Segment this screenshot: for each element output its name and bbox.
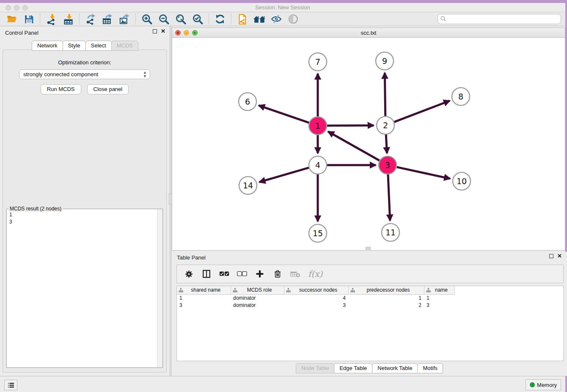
run-mcds-button[interactable]: Run MCDS <box>41 84 81 94</box>
tab-network-table[interactable]: Network Table <box>372 363 418 373</box>
network-window-titlebar: ✕ − + scc.txt <box>172 28 565 38</box>
zoom-out-icon[interactable] <box>155 13 172 25</box>
graph-node-label: 11 <box>385 228 396 237</box>
table-panel-tabs: Node TableEdge TableNetwork TableMotifs <box>171 363 567 373</box>
tab-edge-table[interactable]: Edge Table <box>334 363 372 373</box>
table-panel-title: Table Panel <box>177 254 206 261</box>
float-panel-icon[interactable] <box>153 29 157 33</box>
gear-icon[interactable] <box>181 267 196 281</box>
tab-mcds[interactable]: MCDS <box>111 41 138 51</box>
column-header-predecessor-nodes[interactable]: predecessor nodes <box>348 286 424 294</box>
search-input[interactable] <box>438 14 561 24</box>
optimization-criterion-label: Optimization criterion: <box>3 59 166 66</box>
graph-node-label: 7 <box>315 57 320 66</box>
graph-node-label: 9 <box>382 56 387 66</box>
tab-select[interactable]: Select <box>85 41 112 51</box>
window-title: Session: New Session <box>0 4 565 11</box>
memory-button[interactable]: Memory <box>526 379 561 390</box>
close-panel-button[interactable]: Close panel <box>87 84 129 94</box>
graph-node-label: 1 <box>315 121 320 130</box>
column-header-name[interactable]: name <box>424 286 454 294</box>
zoom-fit-icon[interactable] <box>172 13 189 25</box>
column-header-MCDS-role[interactable]: MCDS role <box>231 286 284 294</box>
network-canvas[interactable]: 7968124314101511 <box>172 38 565 250</box>
deselect-all-checkbox-icon[interactable] <box>234 267 250 281</box>
zoom-selected-icon[interactable] <box>189 13 206 25</box>
column-header-shared-name[interactable]: shared name <box>177 286 231 294</box>
graph-node-label: 3 <box>385 160 390 170</box>
graph-edge[interactable] <box>259 168 309 182</box>
window-titlebar: Session: New Session <box>0 3 565 12</box>
float-table-panel-icon[interactable] <box>549 254 553 258</box>
graph-edge[interactable] <box>328 132 379 160</box>
hide-eye-icon[interactable] <box>268 13 285 25</box>
home-icon[interactable] <box>251 13 268 25</box>
table-cell: 1 <box>177 294 231 301</box>
select-stepper-icon: ▲▼ <box>143 71 147 78</box>
export-image-icon[interactable] <box>116 13 133 25</box>
trash-icon[interactable] <box>270 267 285 281</box>
column-header-successor-nodes[interactable]: successor nodes <box>284 286 348 294</box>
main-toolbar <box>0 12 565 26</box>
graph-node-label: 6 <box>245 97 250 106</box>
toolbar-separator <box>135 14 136 25</box>
table-cell: dominator <box>231 301 284 309</box>
graph-edge[interactable] <box>385 73 385 116</box>
inactive-eye-icon[interactable] <box>285 13 302 25</box>
graph-node-label: 2 <box>383 121 388 130</box>
canvas-scrollbar-thumb[interactable] <box>366 247 371 250</box>
panel-menu-button[interactable] <box>4 380 17 390</box>
save-icon[interactable] <box>20 13 37 25</box>
graph-node-label: 8 <box>458 92 463 101</box>
close-table-panel-icon[interactable]: ✕ <box>557 254 562 258</box>
import-network-icon[interactable] <box>43 13 60 25</box>
graph-node-label: 15 <box>313 229 323 238</box>
control-panel-title: Control Panel <box>5 30 39 36</box>
select-all-checkbox-icon[interactable] <box>217 267 232 281</box>
graph-node-label: 14 <box>243 181 253 190</box>
memory-label: Memory <box>537 382 557 388</box>
graph-edge[interactable] <box>396 167 450 179</box>
tab-motifs[interactable]: Motifs <box>417 363 443 373</box>
table-cell: 2 <box>348 301 424 309</box>
mcds-result-box: MCDS result (2 nodes) 1 3 <box>6 209 163 368</box>
close-panel-icon[interactable]: ✕ <box>161 29 165 33</box>
control-panel: Control Panel ✕ NetworkStyleSelectMCDS O… <box>0 26 170 376</box>
list-icon <box>7 382 15 389</box>
optimization-criterion-select[interactable]: strongly connected component ▲▼ <box>19 69 150 79</box>
table-row[interactable]: 3dominator323 <box>177 301 454 309</box>
result-scrollbar[interactable] <box>157 209 162 367</box>
tab-style[interactable]: Style <box>63 41 86 51</box>
table-cell: 1 <box>424 294 454 301</box>
tab-node-table[interactable]: Node Table <box>296 363 335 373</box>
graph-edge[interactable] <box>388 174 390 221</box>
zoom-in-icon[interactable] <box>138 13 155 25</box>
export-table-icon[interactable] <box>99 13 116 25</box>
graph-edge[interactable] <box>259 105 309 123</box>
add-icon[interactable] <box>252 267 267 281</box>
selected-option-label: strongly connected component <box>23 71 98 77</box>
status-bar: Memory <box>0 376 565 392</box>
refresh-layout-icon[interactable] <box>212 13 228 25</box>
export-network-icon[interactable] <box>82 13 99 25</box>
clone-network-icon[interactable] <box>234 13 251 25</box>
control-panel-header: Control Panel ✕ <box>0 26 170 39</box>
table-cell: dominator <box>231 294 284 301</box>
table-cell: 4 <box>284 294 348 301</box>
control-panel-tabs: NetworkStyleSelectMCDS <box>0 41 170 51</box>
import-table-icon[interactable] <box>60 13 77 25</box>
node-table[interactable]: shared nameMCDS rolesuccessor nodesprede… <box>176 286 564 361</box>
table-row[interactable]: 1dominator411 <box>177 294 454 301</box>
network-view-window: ✕ − + scc.txt 7968124314101511 <box>172 28 565 251</box>
table-toolbar: f(x) <box>176 265 564 283</box>
toolbar-separator <box>79 14 80 25</box>
open-folder-icon[interactable] <box>3 13 20 25</box>
toolbar-separator <box>209 14 209 25</box>
columns-icon[interactable] <box>199 267 214 281</box>
graph-edge[interactable] <box>386 135 387 153</box>
table-cell: 3 <box>424 301 454 309</box>
graph-edge[interactable] <box>327 125 374 126</box>
graph-edge[interactable] <box>394 101 450 122</box>
tab-network[interactable]: Network <box>32 41 63 51</box>
mcds-tab-content: Optimization criterion: strongly connect… <box>3 50 167 373</box>
